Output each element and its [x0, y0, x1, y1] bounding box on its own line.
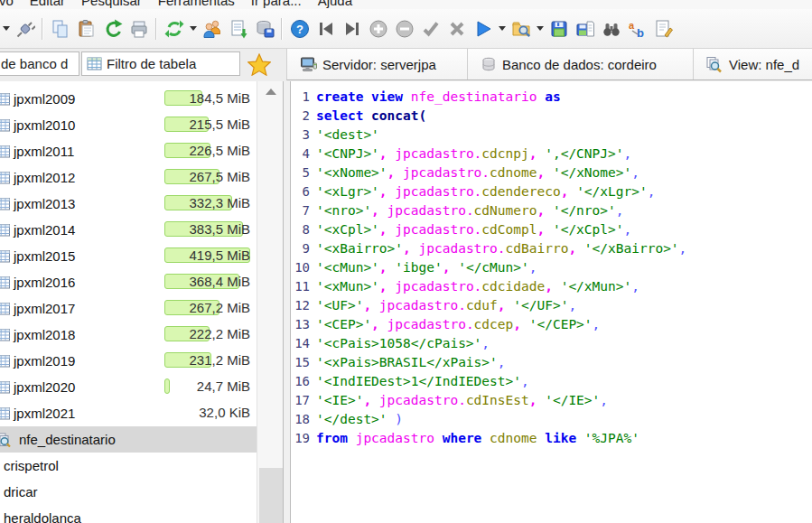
- load-sql-file-icon[interactable]: [509, 16, 533, 42]
- execute-dropdown-icon[interactable]: [497, 16, 507, 42]
- code-line: '<xLgr>', jpcadastro.cdendereco, '</xLgr…: [316, 182, 686, 201]
- list-item-jpxml2016[interactable]: jpxml2016368,4 MiB: [0, 269, 257, 295]
- last-record-icon[interactable]: [340, 16, 364, 42]
- line-number-gutter: 12345678910111213141516171819: [291, 88, 310, 448]
- tab-banco-de-dados[interactable]: Banco de dados: cordeiro: [468, 49, 694, 79]
- refresh-icon[interactable]: [162, 16, 186, 42]
- delete-record-icon[interactable]: [392, 16, 416, 42]
- undo-icon[interactable]: [100, 16, 125, 42]
- line-number: 4: [291, 145, 310, 163]
- sql-code: create view nfe_destinatario asselect co…: [316, 88, 686, 448]
- database-tree[interactable]: jpxml2009184,5 MiBjpxml2010215,5 MiBjpxm…: [0, 81, 257, 523]
- view-icon: [706, 56, 723, 73]
- size-label: 419,5 MiB: [189, 247, 250, 263]
- toolbar: ? ab: [0, 9, 812, 49]
- menu-item-irpara[interactable]: Ir para...: [243, 0, 310, 8]
- dropdown-arrow-icon[interactable]: [1, 16, 11, 42]
- list-item-jpxml2019[interactable]: jpxml2019231,2 MiB: [0, 348, 257, 374]
- size-label: 368,4 MiB: [189, 274, 250, 289]
- code-line: '<dest>': [316, 126, 686, 145]
- favorites-star-icon[interactable]: [247, 52, 272, 76]
- list-item-jpxml2009[interactable]: jpxml2009184,5 MiB: [0, 86, 257, 112]
- code-line: '<xPais>BRASIL</xPais>',: [316, 353, 686, 372]
- menu-item-ajuda[interactable]: Ajuda: [310, 0, 360, 8]
- table-icon: [0, 223, 11, 238]
- list-item-jpxml2021[interactable]: jpxml202132,0 KiB: [0, 400, 257, 426]
- save-icon[interactable]: [546, 16, 571, 42]
- save-as-icon[interactable]: [573, 16, 597, 42]
- help-icon[interactable]: ?: [287, 16, 312, 42]
- insert-record-icon[interactable]: [366, 16, 390, 42]
- table-filter-input[interactable]: Filtro de tabela: [81, 51, 240, 76]
- code-line: '<UF>', jpcadastro.cduf, '</UF>',: [316, 296, 686, 315]
- list-item-jpxml2020[interactable]: jpxml202024,7 MiB: [0, 374, 257, 400]
- sidebar-scrollbar[interactable]: [257, 81, 284, 523]
- line-number: 18: [291, 410, 310, 429]
- menu-bar: ArquivoEditarPesquisarFerramentasIr para…: [0, 0, 812, 9]
- table-icon: [0, 171, 11, 185]
- execute-sql-icon[interactable]: [471, 16, 495, 42]
- size-label: 383,5 MiB: [189, 221, 250, 237]
- tree-item-label: crispetrol: [4, 458, 59, 473]
- view-icon: [0, 433, 13, 447]
- database-save-icon[interactable]: [252, 16, 276, 42]
- size-label: 267,5 MiB: [189, 169, 250, 184]
- list-item-jpxml2011[interactable]: jpxml2011226,5 MiB: [0, 138, 257, 164]
- cancel-edits-icon[interactable]: [444, 16, 469, 42]
- table-filter-label: Filtro de tabela: [107, 56, 196, 71]
- tree-item-label: heraldolanca: [4, 510, 81, 523]
- line-number: 15: [291, 353, 310, 372]
- list-item-jpxml2014[interactable]: jpxml2014383,5 MiB: [0, 217, 257, 243]
- list-item-jpxml2012[interactable]: jpxml2012267,5 MiB: [0, 164, 257, 191]
- size-label: 184,5 MiB: [189, 90, 250, 106]
- size-bar: [164, 378, 170, 394]
- tree-item-label: jpxml2015: [14, 248, 75, 264]
- code-line: '</dest>' ): [316, 410, 686, 429]
- line-number: 19: [291, 429, 310, 448]
- menu-item-pesquisar[interactable]: Pesquisar: [73, 0, 150, 8]
- list-item-nfe_destinatario[interactable]: nfe_destinatario: [0, 426, 257, 453]
- find-icon[interactable]: [599, 16, 623, 42]
- sql-editor[interactable]: 12345678910111213141516171819 create vie…: [291, 81, 812, 523]
- tab-servidor[interactable]: Servidor: serverjpa: [287, 49, 468, 79]
- paste-icon[interactable]: [74, 16, 98, 42]
- tab-label: Servidor: serverjpa: [322, 57, 436, 72]
- main-area: jpxml2009184,5 MiBjpxml2010215,5 MiBjpxm…: [0, 81, 812, 523]
- list-item-heraldolanca[interactable]: heraldolanca: [0, 505, 257, 523]
- panel-splitter[interactable]: [283, 81, 291, 523]
- line-number: 16: [291, 372, 310, 391]
- tree-item-label: jpxml2017: [14, 301, 75, 316]
- list-item-jpxml2015[interactable]: jpxml2015419,5 MiB: [0, 243, 257, 269]
- clipped-icon[interactable]: [651, 16, 676, 42]
- list-item-jpxml2018[interactable]: jpxml2018222,2 MiB: [0, 322, 257, 348]
- scrollbar-thumb[interactable]: [259, 468, 283, 523]
- menu-item-arquivo[interactable]: Arquivo: [0, 0, 22, 8]
- load-dropdown-icon[interactable]: [535, 16, 545, 42]
- user-manager-icon[interactable]: [200, 16, 224, 42]
- database-icon: [481, 56, 497, 72]
- export-grid-icon[interactable]: [226, 16, 250, 42]
- list-item-jpxml2013[interactable]: jpxml2013332,3 MiB: [0, 191, 257, 217]
- scroll-up-icon[interactable]: [266, 89, 276, 95]
- line-number: 6: [291, 182, 310, 201]
- list-item-jpxml2010[interactable]: jpxml2010215,5 MiB: [0, 112, 257, 138]
- copy-icon[interactable]: [48, 16, 72, 42]
- line-number: 1: [291, 88, 310, 107]
- tree-item-label: jpxml2019: [14, 353, 75, 369]
- line-number: 17: [291, 391, 310, 410]
- case-convert-icon[interactable]: ab: [625, 16, 649, 42]
- list-item-jpxml2017[interactable]: jpxml2017267,2 MiB: [0, 295, 257, 322]
- list-item-crispetrol[interactable]: crispetrol: [0, 453, 257, 479]
- tab-view[interactable]: View: nfe_d: [694, 49, 812, 79]
- menu-item-ferramentas[interactable]: Ferramentas: [150, 0, 243, 8]
- menu-item-editar[interactable]: Editar: [22, 0, 73, 8]
- line-number: 2: [291, 107, 310, 126]
- refresh-dropdown-icon[interactable]: [188, 16, 198, 42]
- database-filter-input[interactable]: [0, 51, 79, 76]
- tree-item-label: jpxml2010: [14, 117, 75, 133]
- list-item-dricar[interactable]: dricar: [0, 479, 257, 505]
- print-icon[interactable]: [126, 16, 151, 42]
- connect-icon[interactable]: [13, 16, 37, 42]
- post-edits-icon[interactable]: [418, 16, 443, 42]
- first-record-icon[interactable]: [313, 16, 338, 42]
